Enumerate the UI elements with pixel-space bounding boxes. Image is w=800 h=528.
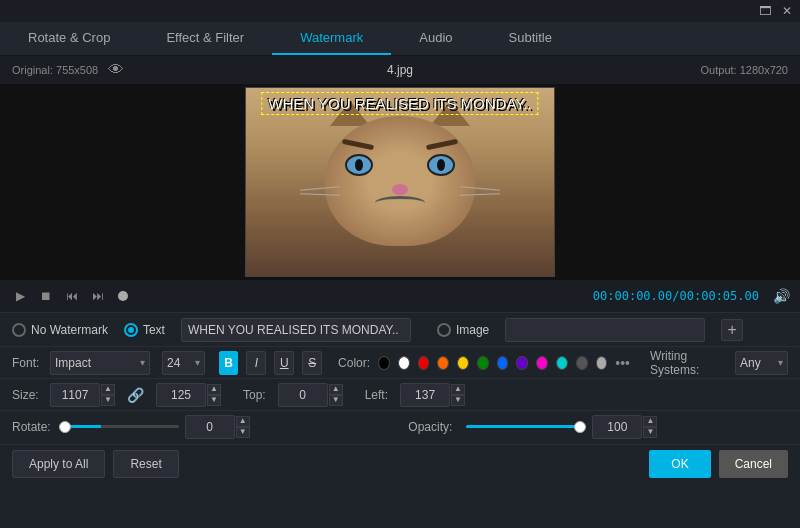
eye-icon[interactable]: 👁	[108, 61, 124, 79]
width-down-button[interactable]: ▼	[101, 395, 115, 406]
top-label: Top:	[243, 388, 266, 402]
font-family-select[interactable]: Impact Arial Times New Roman ▾	[50, 351, 150, 375]
no-watermark-option[interactable]: No Watermark	[12, 323, 108, 337]
tab-watermark[interactable]: Watermark	[272, 22, 391, 55]
height-spin-buttons: ▲ ▼	[207, 384, 221, 406]
height-down-button[interactable]: ▼	[207, 395, 221, 406]
reset-button[interactable]: Reset	[113, 450, 178, 478]
add-image-button[interactable]: +	[721, 319, 743, 341]
top-spinbox: ▲ ▼	[278, 383, 343, 407]
color-swatch-orange[interactable]	[437, 356, 449, 370]
cancel-button[interactable]: Cancel	[719, 450, 788, 478]
opacity-label: Opacity:	[408, 420, 452, 434]
tab-subtitle[interactable]: Subtitle	[481, 22, 580, 55]
writing-systems-label: Writing Systems:	[650, 349, 723, 377]
preview-area: WHEN YOU REALISED ITS MONDAY..	[0, 84, 800, 280]
left-label: Left:	[365, 388, 388, 402]
opacity-slider[interactable]	[466, 425, 586, 428]
more-colors-button[interactable]: •••	[615, 355, 630, 371]
output-resolution: Output: 1280x720	[701, 64, 788, 76]
font-row: Font: Impact Arial Times New Roman ▾ 24 …	[0, 346, 800, 378]
rotate-spinbox: ▲ ▼	[185, 415, 250, 439]
width-spin-buttons: ▲ ▼	[101, 384, 115, 406]
original-resolution: Original: 755x508	[12, 64, 98, 76]
watermark-text-input[interactable]	[181, 318, 411, 342]
color-swatch-pink[interactable]	[536, 356, 548, 370]
tab-effect-filter[interactable]: Effect & Filter	[138, 22, 272, 55]
color-swatch-lightgray[interactable]	[596, 356, 608, 370]
minimize-button[interactable]: 🗖	[758, 4, 772, 18]
top-up-button[interactable]: ▲	[329, 384, 343, 395]
top-spin-buttons: ▲ ▼	[329, 384, 343, 406]
rotate-up-button[interactable]: ▲	[236, 416, 250, 427]
top-input[interactable]	[278, 383, 328, 407]
tab-bar: Rotate & Crop Effect & Filter Watermark …	[0, 22, 800, 56]
height-input[interactable]	[156, 383, 206, 407]
width-input[interactable]	[50, 383, 100, 407]
height-up-button[interactable]: ▲	[207, 384, 221, 395]
opacity-spinbox: ▲ ▼	[592, 415, 657, 439]
italic-button[interactable]: I	[246, 351, 266, 375]
preview-image: WHEN YOU REALISED ITS MONDAY..	[245, 87, 555, 277]
prev-button[interactable]: ⏮	[62, 286, 82, 306]
rotate-opacity-row: Rotate: ▲ ▼ Opacity: ▲ ▼	[0, 410, 800, 442]
controls-bar: ▶ ⏹ ⏮ ⏭ 00:00:00.00/00:00:05.00 🔊	[0, 280, 800, 312]
tab-audio[interactable]: Audio	[391, 22, 480, 55]
height-spinbox: ▲ ▼	[156, 383, 221, 407]
color-swatch-blue[interactable]	[497, 356, 509, 370]
writing-system-select[interactable]: Any Latin CJK ▾	[735, 351, 788, 375]
underline-button[interactable]: U	[274, 351, 294, 375]
width-spinbox: ▲ ▼	[50, 383, 115, 407]
opacity-slider-container: ▲ ▼	[466, 415, 788, 439]
rotate-slider[interactable]	[59, 425, 179, 428]
video-info-bar: Original: 755x508 👁 4.jpg Output: 1280x7…	[0, 56, 800, 84]
watermark-image-input[interactable]	[505, 318, 705, 342]
text-watermark-radio[interactable]	[124, 323, 138, 337]
action-bar: Apply to All Reset OK Cancel	[0, 444, 800, 482]
image-watermark-option[interactable]: Image	[437, 323, 489, 337]
ok-button[interactable]: OK	[649, 450, 710, 478]
left-spinbox: ▲ ▼	[400, 383, 465, 407]
color-swatch-purple[interactable]	[516, 356, 528, 370]
no-watermark-radio[interactable]	[12, 323, 26, 337]
watermark-preview-text[interactable]: WHEN YOU REALISED ITS MONDAY..	[261, 92, 538, 115]
left-input[interactable]	[400, 383, 450, 407]
color-swatch-cyan[interactable]	[556, 356, 568, 370]
rotate-input[interactable]	[185, 415, 235, 439]
size-label: Size:	[12, 388, 42, 402]
color-swatch-yellow[interactable]	[457, 356, 469, 370]
top-down-button[interactable]: ▼	[329, 395, 343, 406]
progress-indicator	[118, 291, 128, 301]
rotate-label: Rotate:	[12, 420, 51, 434]
font-size-select[interactable]: 24 12 36 48 ▾	[162, 351, 205, 375]
aspect-ratio-link-icon[interactable]: 🔗	[127, 387, 144, 403]
opacity-down-button[interactable]: ▼	[643, 427, 657, 438]
next-button[interactable]: ⏭	[88, 286, 108, 306]
opacity-input[interactable]	[592, 415, 642, 439]
tab-rotate-crop[interactable]: Rotate & Crop	[0, 22, 138, 55]
left-down-button[interactable]: ▼	[451, 395, 465, 406]
rotate-down-button[interactable]: ▼	[236, 427, 250, 438]
close-button[interactable]: ✕	[780, 4, 794, 18]
play-button[interactable]: ▶	[10, 286, 30, 306]
color-swatch-white[interactable]	[398, 356, 410, 370]
color-swatch-red[interactable]	[418, 356, 430, 370]
left-up-button[interactable]: ▲	[451, 384, 465, 395]
watermark-options-bar: No Watermark Text Image +	[0, 312, 800, 346]
left-spin-buttons: ▲ ▼	[451, 384, 465, 406]
image-watermark-radio[interactable]	[437, 323, 451, 337]
opacity-up-button[interactable]: ▲	[643, 416, 657, 427]
stop-button[interactable]: ⏹	[36, 286, 56, 306]
color-label: Color:	[338, 356, 370, 370]
volume-icon[interactable]: 🔊	[773, 288, 790, 304]
color-swatch-green[interactable]	[477, 356, 489, 370]
text-watermark-option[interactable]: Text	[124, 323, 165, 337]
color-swatch-black[interactable]	[378, 356, 390, 370]
width-up-button[interactable]: ▲	[101, 384, 115, 395]
apply-to-all-button[interactable]: Apply to All	[12, 450, 105, 478]
strikethrough-button[interactable]: S	[302, 351, 322, 375]
bold-button[interactable]: B	[219, 351, 239, 375]
size-row: Size: ▲ ▼ 🔗 ▲ ▼ Top: ▲ ▼ Left: ▲ ▼	[0, 378, 800, 410]
filename: 4.jpg	[387, 63, 413, 77]
color-swatch-darkgray[interactable]	[576, 356, 588, 370]
